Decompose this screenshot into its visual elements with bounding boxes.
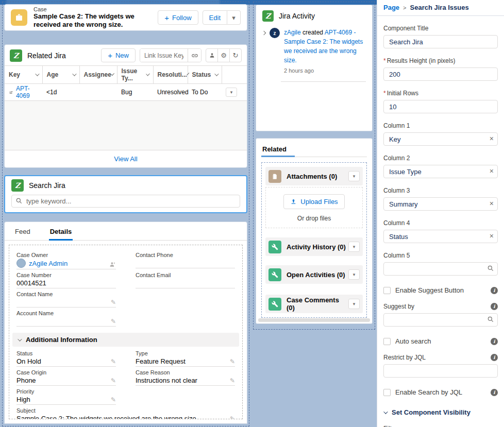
- results-height-input[interactable]: [383, 67, 498, 81]
- edit-pencil-icon[interactable]: ✎: [230, 415, 235, 419]
- column-4-label: Column 4: [383, 219, 498, 227]
- column-header-status[interactable]: Status: [188, 66, 222, 84]
- breadcrumb-page-link[interactable]: Page: [383, 4, 399, 11]
- column-header-issue-type[interactable]: Issue Ty...: [117, 66, 153, 84]
- info-icon[interactable]: i: [491, 338, 498, 345]
- field-contact-phone: Contact Phone: [136, 249, 235, 269]
- enable-suggest-checkbox[interactable]: [383, 287, 391, 294]
- edit-pencil-icon[interactable]: ✎: [111, 299, 116, 306]
- edit-button[interactable]: Edit: [203, 10, 227, 25]
- initial-rows-input[interactable]: [383, 100, 498, 113]
- row-actions-dropdown-button[interactable]: ▾: [226, 88, 237, 97]
- open-activities-section-header[interactable]: Open Activities (0) ▾: [265, 265, 363, 284]
- enable-search-jql-checkbox[interactable]: [383, 389, 391, 396]
- upload-files-button[interactable]: Upload Files: [283, 194, 344, 209]
- priority-value: High: [16, 396, 109, 403]
- link-issue-key-input[interactable]: [140, 49, 188, 62]
- suggest-by-label: Suggest byi: [383, 303, 498, 310]
- subject-value: Sample Case 2: The widgets we received a…: [16, 415, 228, 419]
- upload-button-label: Upload Files: [300, 198, 338, 206]
- info-icon[interactable]: i: [491, 303, 498, 310]
- new-issue-button[interactable]: +New: [101, 48, 136, 62]
- link-issue-group: [140, 48, 201, 62]
- issue-key-link[interactable]: APT-4069: [16, 85, 38, 99]
- clear-icon[interactable]: ×: [490, 199, 494, 208]
- link-icon[interactable]: [188, 49, 201, 62]
- column-4-input[interactable]: [383, 230, 498, 243]
- suggest-by-input[interactable]: [383, 313, 498, 327]
- activity-history-section-header[interactable]: Activity History (0) ▾: [265, 237, 363, 256]
- case-owner-link[interactable]: zAgile Admin: [29, 260, 68, 267]
- info-icon[interactable]: i: [491, 354, 498, 361]
- breadcrumb-current: Search Jira Issues: [410, 4, 469, 11]
- chevron-down-icon: [72, 72, 76, 76]
- column-1-input[interactable]: [383, 132, 498, 146]
- open-activities-dropdown-button[interactable]: ▾: [348, 269, 360, 280]
- edit-pencil-icon[interactable]: ✎: [111, 396, 116, 403]
- edit-pencil-icon[interactable]: ✎: [111, 358, 116, 365]
- dropdown-icon: ▾: [230, 90, 233, 95]
- activity-avatar: z: [270, 28, 280, 38]
- column-5-input[interactable]: [383, 262, 498, 276]
- restrict-jql-label: Restrict by JQLi: [383, 354, 498, 361]
- related-jira-title: Related Jira: [27, 52, 66, 60]
- clear-icon[interactable]: ×: [490, 134, 494, 143]
- case-actions-dropdown-button[interactable]: ▾: [227, 10, 241, 25]
- related-lists-region: Attachments (0) ▾ Upload Files Or drop f…: [261, 162, 367, 318]
- search-icon[interactable]: [487, 316, 494, 324]
- component-title-input[interactable]: [383, 35, 498, 48]
- tab-details[interactable]: Details: [49, 222, 73, 240]
- column-2-input[interactable]: [383, 165, 498, 178]
- settings-gear-button[interactable]: ⚙: [217, 48, 230, 62]
- column-header-assignee[interactable]: Assignee: [79, 66, 117, 84]
- field-label: Subject: [16, 407, 235, 414]
- refresh-button[interactable]: ↻: [229, 48, 242, 62]
- file-drop-zone[interactable]: Upload Files Or drop files: [265, 187, 363, 228]
- jira-search-input[interactable]: [11, 195, 240, 208]
- chevron-down-icon: [146, 72, 150, 76]
- info-icon[interactable]: i: [491, 389, 498, 396]
- activity-history-dropdown-button[interactable]: ▾: [348, 242, 360, 252]
- view-all-link[interactable]: View All: [5, 150, 247, 167]
- edit-pencil-icon[interactable]: ✎: [230, 358, 235, 365]
- auto-search-row: Auto search i: [383, 337, 498, 345]
- assign-user-button[interactable]: [206, 48, 218, 62]
- edit-pencil-icon[interactable]: ✎: [111, 377, 116, 384]
- column-header-age[interactable]: Age: [42, 66, 79, 84]
- set-component-visibility-section[interactable]: Set Component Visibility: [383, 408, 498, 416]
- attachments-dropdown-button[interactable]: ▾: [348, 171, 360, 181]
- column-3-label: Column 3: [383, 187, 498, 194]
- wrench-icon: [268, 268, 281, 281]
- tab-related[interactable]: Related: [261, 141, 288, 157]
- gear-icon: ⚙: [221, 52, 227, 59]
- edit-pencil-icon[interactable]: ✎: [230, 377, 235, 384]
- horizontal-scrollbar[interactable]: [258, 318, 370, 322]
- search-jira-component-selected[interactable]: Z Search Jira: [4, 175, 247, 213]
- additional-information-section[interactable]: Additional Information: [12, 333, 239, 347]
- search-icon[interactable]: [487, 265, 494, 274]
- activity-item: z zAgile created APT-4069 - Sample Case …: [262, 28, 366, 75]
- change-owner-icon[interactable]: [109, 261, 116, 268]
- jira-activity-title: Jira Activity: [279, 12, 315, 20]
- tab-feed[interactable]: Feed: [14, 222, 31, 240]
- info-icon[interactable]: i: [491, 287, 498, 294]
- dropdown-icon: ▾: [232, 14, 236, 22]
- column-header-resolution[interactable]: Resoluti...: [153, 66, 188, 84]
- clear-icon[interactable]: ×: [490, 232, 494, 241]
- column-3-input[interactable]: [383, 197, 498, 211]
- case-comments-dropdown-button[interactable]: ▾: [348, 299, 360, 309]
- clear-icon[interactable]: ×: [490, 167, 494, 176]
- field-priority: Priority High✎: [16, 386, 116, 405]
- activity-actor-link[interactable]: zAgile: [284, 29, 301, 36]
- column-header-key[interactable]: Key: [5, 66, 42, 84]
- case-comments-section-header[interactable]: Case Comments (0) ▾: [265, 295, 363, 313]
- edit-pencil-icon[interactable]: ✎: [111, 318, 116, 325]
- follow-button[interactable]: +Follow: [158, 10, 198, 25]
- column-2-label: Column 2: [383, 155, 498, 162]
- attachments-section-header[interactable]: Attachments (0) ▾: [265, 167, 363, 185]
- auto-search-checkbox[interactable]: [383, 338, 391, 345]
- section-label: Case Comments (0): [287, 296, 348, 312]
- expand-chevron-icon[interactable]: [262, 31, 266, 35]
- chevron-down-icon: [35, 72, 39, 76]
- restrict-jql-input[interactable]: [383, 364, 498, 378]
